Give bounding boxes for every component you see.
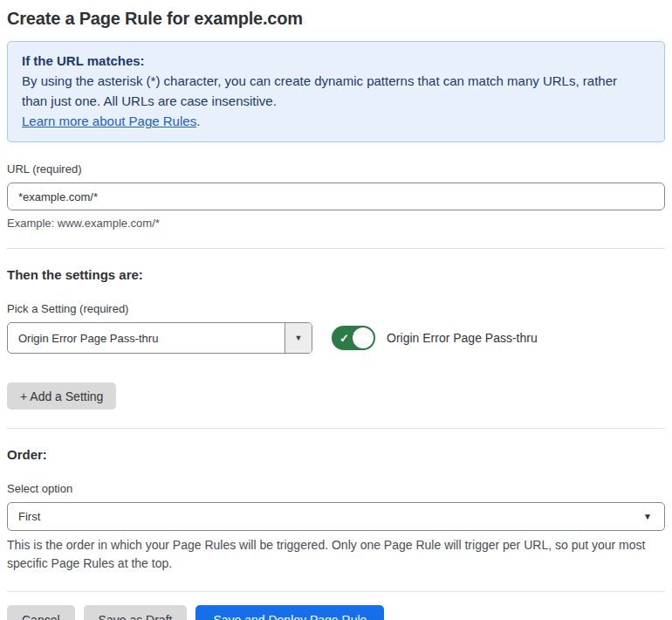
divider bbox=[7, 428, 665, 429]
setting-row: Origin Error Page Pass-thru ▼ ✓ Origin E… bbox=[7, 322, 665, 354]
save-draft-button[interactable]: Save as Draft bbox=[84, 605, 188, 620]
page-rule-form: Create a Page Rule for example.com If th… bbox=[7, 9, 665, 620]
pick-setting-label: Pick a Setting (required) bbox=[7, 302, 665, 315]
order-description: This is the order in which your Page Rul… bbox=[7, 536, 653, 573]
url-label: URL (required) bbox=[7, 162, 665, 176]
setting-toggle-label: Origin Error Page Pass-thru bbox=[387, 331, 538, 345]
info-box-heading: If the URL matches: bbox=[22, 51, 650, 71]
url-match-info-box: If the URL matches: By using the asteris… bbox=[7, 41, 665, 142]
order-select-value: First bbox=[18, 510, 40, 523]
info-box-body: By using the asterisk (*) character, you… bbox=[22, 71, 633, 111]
learn-more-link[interactable]: Learn more about Page Rules bbox=[22, 114, 196, 128]
toggle-knob bbox=[353, 327, 374, 348]
setting-select-arrow-button[interactable]: ▼ bbox=[285, 323, 312, 353]
order-section-heading: Order: bbox=[7, 447, 665, 462]
url-input[interactable] bbox=[7, 183, 665, 210]
check-icon: ✓ bbox=[339, 333, 349, 344]
chevron-down-icon: ▼ bbox=[643, 512, 652, 521]
divider bbox=[7, 591, 665, 592]
save-deploy-button[interactable]: Save and Deploy Page Rule bbox=[195, 605, 384, 620]
chevron-down-icon: ▼ bbox=[295, 334, 303, 342]
cancel-button[interactable]: Cancel bbox=[7, 605, 75, 620]
setting-toggle[interactable]: ✓ bbox=[332, 326, 375, 350]
info-box-link-line: Learn more about Page Rules. bbox=[22, 111, 650, 131]
setting-select-value: Origin Error Page Pass-thru bbox=[8, 323, 285, 353]
divider bbox=[7, 248, 665, 249]
link-suffix: . bbox=[196, 114, 200, 128]
setting-select[interactable]: Origin Error Page Pass-thru ▼ bbox=[7, 322, 312, 354]
url-hint: Example: www.example.com/* bbox=[7, 217, 665, 230]
form-footer: Cancel Save as Draft Save and Deploy Pag… bbox=[7, 605, 665, 620]
setting-toggle-group: ✓ Origin Error Page Pass-thru bbox=[332, 326, 538, 350]
order-select[interactable]: First ▼ bbox=[7, 502, 665, 531]
settings-section-heading: Then the settings are: bbox=[7, 267, 665, 282]
page-title: Create a Page Rule for example.com bbox=[7, 9, 665, 29]
add-setting-button[interactable]: + Add a Setting bbox=[7, 382, 116, 410]
order-select-label: Select option bbox=[7, 482, 665, 495]
